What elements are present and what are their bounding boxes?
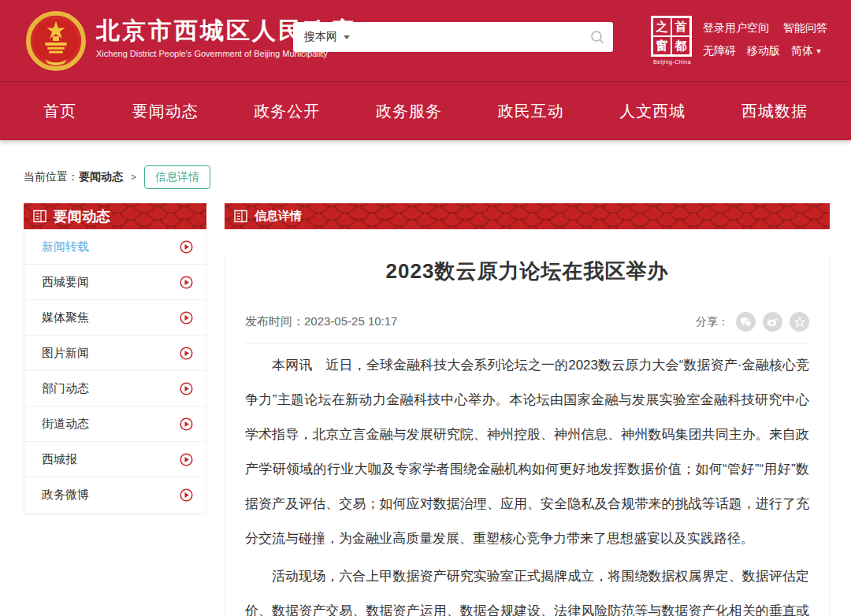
simplified-chinese-label: 简体: [791, 44, 813, 58]
capital-window-grid: 之 首 窗 都: [651, 16, 692, 57]
sidebar-item-gov-weibo[interactable]: 政务微博: [24, 477, 206, 513]
search-scope-dropdown[interactable]: 搜本网: [293, 30, 361, 44]
utility-links-row1: 登录用户空间 智能问答: [703, 21, 827, 35]
chevron-down-icon: [816, 50, 821, 54]
share-weibo-button[interactable]: [763, 312, 782, 332]
search-icon: [590, 30, 604, 44]
sidebar: 要闻动态 新闻转载 西城要闻 媒体聚焦 图片新闻 部门动态: [24, 203, 206, 514]
favorite-star-icon: [794, 317, 805, 328]
capital-window-logo[interactable]: 之 首 窗 都 Beijing-China: [651, 16, 693, 65]
main-nav: 首页 要闻动态 政务公开 政务服务 政民互动 人文西城 西城数据: [0, 82, 851, 140]
sidebar-item-xicheng-paper[interactable]: 西城报: [24, 442, 206, 477]
nav-item-culture[interactable]: 人文西城: [619, 101, 686, 122]
play-circle-icon: [180, 417, 193, 431]
sidebar-item-label: 街道动态: [42, 417, 89, 432]
sidebar-list: 新闻转载 西城要闻 媒体聚焦 图片新闻 部门动态 街道动态: [24, 229, 206, 514]
logo-char: 首: [671, 17, 690, 36]
article-paragraph: 本网讯 近日，全球金融科技大会系列论坛之一的2023数云原力大会“数据资产·金融…: [245, 348, 809, 556]
play-circle-icon: [180, 453, 193, 466]
chevron-down-icon: [344, 35, 350, 39]
login-user-space-link[interactable]: 登录用户空间: [703, 21, 769, 35]
news-doc-icon: [234, 210, 247, 223]
article-title: 2023数云原力论坛在我区举办: [245, 258, 809, 285]
nav-item-interaction[interactable]: 政民互动: [498, 101, 564, 122]
nav-item-news[interactable]: 要闻动态: [132, 101, 199, 122]
breadcrumb: 当前位置： 要闻动态 > 信息详情: [24, 165, 851, 189]
breadcrumb-section-link[interactable]: 要闻动态: [79, 170, 123, 184]
utility-links: 登录用户空间 智能问答 无障碍 移动版 简体: [703, 21, 827, 67]
article-body: 本网讯 近日，全球金融科技大会系列论坛之一的2023数云原力大会“数据资产·金融…: [245, 348, 809, 616]
top-banner: 北京市西城区人民政府 Xicheng District People's Gov…: [0, 0, 851, 82]
sidebar-item-label: 新闻转载: [42, 239, 89, 254]
weibo-icon: [767, 317, 779, 327]
breadcrumb-label: 当前位置：: [24, 170, 79, 184]
share-widget: 分享：: [696, 312, 809, 332]
simplified-chinese-link[interactable]: 简体: [791, 44, 821, 58]
breadcrumb-current-badge[interactable]: 信息详情: [144, 165, 210, 189]
logo-char: 窗: [652, 36, 671, 55]
search-input[interactable]: [361, 22, 582, 52]
nav-item-data[interactable]: 西城数据: [741, 101, 808, 122]
nav-item-gov-disclosure[interactable]: 政务公开: [254, 101, 320, 122]
article-paragraph: 活动现场，六合上甲数据资产研究实验室正式揭牌成立，将围绕数据权属界定、数据评估定…: [245, 559, 809, 616]
nav-item-gov-services[interactable]: 政务服务: [376, 101, 442, 122]
content-panel: 信息详情 2023数云原力论坛在我区举办 发布时间：2023-05-25 10:…: [225, 203, 830, 616]
logo-caption: Beijing-China: [651, 59, 693, 65]
content-panel-title: 信息详情: [255, 209, 302, 224]
mobile-version-link[interactable]: 移动版: [747, 44, 780, 58]
sidebar-item-news-repost[interactable]: 新闻转载: [24, 229, 206, 265]
sidebar-item-label: 媒体聚焦: [42, 310, 89, 325]
accessibility-link[interactable]: 无障碍: [703, 44, 736, 58]
play-circle-icon: [180, 347, 193, 360]
sidebar-item-photo-news[interactable]: 图片新闻: [24, 336, 206, 371]
wechat-icon: [740, 317, 752, 327]
publish-time: 发布时间：2023-05-25 10:17: [245, 314, 397, 329]
sidebar-item-label: 图片新闻: [42, 346, 89, 361]
nav-item-home[interactable]: 首页: [43, 101, 76, 122]
publish-time-value: 2023-05-25 10:17: [304, 314, 397, 328]
breadcrumb-separator: >: [131, 172, 136, 183]
national-emblem-logo: [25, 10, 87, 72]
play-circle-icon: [180, 276, 193, 289]
play-circle-icon: [180, 488, 193, 502]
search-scope-label: 搜本网: [304, 30, 337, 44]
content-panel-header: 信息详情: [225, 203, 830, 229]
play-circle-icon: [180, 382, 193, 395]
sidebar-item-department-news[interactable]: 部门动态: [24, 371, 206, 406]
utility-links-row2: 无障碍 移动版 简体: [703, 44, 827, 58]
sidebar-item-label: 政务微博: [42, 488, 89, 503]
sidebar-title: 要闻动态: [54, 207, 110, 226]
sidebar-item-xicheng-news[interactable]: 西城要闻: [24, 265, 206, 300]
news-doc-icon: [33, 210, 46, 223]
publish-time-label: 发布时间：: [245, 314, 304, 328]
main-area: 要闻动态 新闻转载 西城要闻 媒体聚焦 图片新闻 部门动态: [0, 203, 851, 616]
logo-char: 之: [652, 17, 671, 36]
share-wechat-button[interactable]: [736, 312, 756, 332]
smart-qa-link[interactable]: 智能问答: [783, 21, 827, 35]
play-circle-icon: [180, 240, 193, 254]
play-circle-icon: [180, 311, 193, 325]
share-favorite-button[interactable]: [790, 312, 809, 332]
article-meta-row: 发布时间：2023-05-25 10:17 分享：: [245, 312, 809, 343]
sidebar-item-label: 西城报: [42, 452, 77, 467]
search-bar[interactable]: 搜本网: [293, 22, 613, 52]
logo-char: 都: [671, 36, 690, 55]
sidebar-item-label: 部门动态: [42, 381, 89, 396]
share-label: 分享：: [696, 315, 729, 329]
sidebar-item-media-focus[interactable]: 媒体聚焦: [24, 300, 206, 336]
sidebar-header: 要闻动态: [24, 203, 206, 229]
sidebar-item-label: 西城要闻: [42, 275, 89, 290]
search-button[interactable]: [582, 22, 613, 52]
article: 2023数云原力论坛在我区举办 发布时间：2023-05-25 10:17 分享…: [225, 258, 830, 616]
sidebar-item-street-news[interactable]: 街道动态: [24, 406, 206, 442]
